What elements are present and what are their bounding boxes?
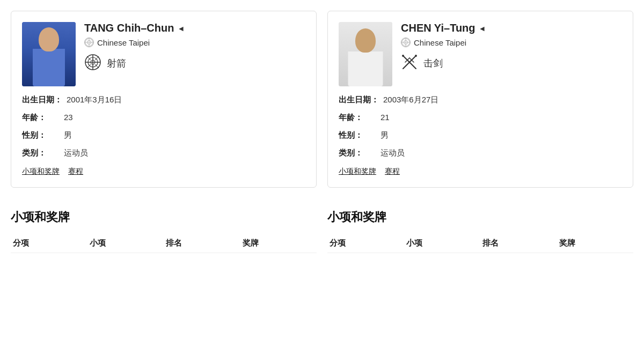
category-value-2: 运动员 [380, 148, 405, 158]
gender-row-1: 性别： 男 [22, 130, 305, 141]
country-icon-1 [84, 38, 94, 47]
dob-label-1: 出生日期： [22, 95, 62, 105]
svg-point-20 [415, 55, 417, 57]
athletes-container: TANG Chih–Chun ◄ Chinese Taipei [11, 11, 633, 188]
dob-label-2: 出生日期： [339, 95, 379, 105]
gender-value-2: 男 [380, 130, 389, 141]
age-row-1: 年龄： 23 [22, 113, 305, 123]
medals-col-rank-1: 排名 [164, 234, 240, 253]
gender-row-2: 性别： 男 [339, 130, 622, 141]
category-row-2: 类别： 运动员 [339, 148, 622, 158]
medals-col-event-1: 小项 [87, 234, 164, 253]
athlete-header-1: TANG Chih–Chun ◄ Chinese Taipei [22, 22, 305, 86]
schedule-link-1[interactable]: 赛程 [68, 167, 83, 176]
category-value-1: 运动员 [64, 148, 88, 158]
age-row-2: 年龄： 21 [339, 113, 622, 123]
athlete-photo-1 [22, 22, 76, 86]
medals-col-event-2: 小项 [404, 234, 481, 253]
athlete-info-1: TANG Chih–Chun ◄ Chinese Taipei [84, 22, 305, 82]
athlete-name-1: TANG Chih–Chun ◄ [84, 22, 305, 34]
medals-table-2: 分项 小项 排名 奖牌 [327, 234, 633, 253]
fencing-icon-2 [401, 54, 418, 73]
sport-name-1: 射箭 [107, 57, 126, 70]
dob-value-2: 2003年6月27日 [383, 95, 438, 105]
age-label-2: 年龄： [339, 113, 376, 123]
medals-title-2: 小项和奖牌 [327, 209, 633, 225]
medals-link-2[interactable]: 小项和奖牌 [339, 167, 376, 176]
athlete-country-text-2: Chinese Taipei [414, 38, 466, 47]
age-label-1: 年龄： [22, 113, 60, 123]
athlete-info-2: CHEN Yi–Tung ◄ Chinese Taipei [401, 22, 622, 82]
medals-link-1[interactable]: 小项和奖牌 [22, 167, 60, 176]
sport-name-2: 击剑 [423, 57, 443, 70]
athlete-country-1: Chinese Taipei [84, 38, 305, 47]
medals-col-rank-2: 排名 [480, 234, 557, 253]
sport-section-1: 射箭 [84, 54, 305, 73]
archery-icon-1 [84, 54, 101, 73]
athlete-name-text-2: CHEN Yi–Tung [401, 22, 475, 34]
medals-col-medal-1: 奖牌 [240, 234, 317, 253]
schedule-link-2[interactable]: 赛程 [385, 167, 400, 176]
age-value-2: 21 [380, 113, 390, 122]
athlete-name-text-1: TANG Chih–Chun [84, 22, 174, 34]
sound-icon-2[interactable]: ◄ [479, 24, 486, 33]
athlete-header-2: CHEN Yi–Tung ◄ Chinese Taipei [339, 22, 622, 86]
dob-row-2: 出生日期： 2003年6月27日 [339, 95, 622, 105]
athlete-country-text-1: Chinese Taipei [97, 38, 150, 47]
medals-col-medal-2: 奖牌 [557, 234, 634, 253]
medals-container: 小项和奖牌 分项 小项 排名 奖牌 小项和奖牌 分项 小项 排名 奖牌 [11, 209, 633, 253]
dob-value-1: 2001年3月16日 [67, 95, 122, 105]
country-icon-2 [401, 38, 411, 47]
athlete-card-2: CHEN Yi–Tung ◄ Chinese Taipei [327, 11, 633, 188]
medals-title-1: 小项和奖牌 [11, 209, 317, 225]
medals-header-row-1: 分项 小项 排名 奖牌 [11, 234, 317, 253]
category-row-1: 类别： 运动员 [22, 148, 305, 158]
athlete-country-2: Chinese Taipei [401, 38, 622, 47]
age-value-1: 23 [64, 113, 73, 122]
athlete-card-1: TANG Chih–Chun ◄ Chinese Taipei [11, 11, 317, 188]
medals-section-1: 小项和奖牌 分项 小项 排名 奖牌 [11, 209, 317, 253]
medals-header-row-2: 分项 小项 排名 奖牌 [327, 234, 633, 253]
athlete-links-2: 小项和奖牌 赛程 [339, 167, 622, 176]
gender-label-2: 性别： [339, 130, 376, 141]
category-label-2: 类别： [339, 148, 376, 158]
dob-row-1: 出生日期： 2001年3月16日 [22, 95, 305, 105]
sport-section-2: 击剑 [401, 54, 622, 73]
athlete-name-2: CHEN Yi–Tung ◄ [401, 22, 622, 34]
gender-label-1: 性别： [22, 130, 60, 141]
medals-table-1: 分项 小项 排名 奖牌 [11, 234, 317, 253]
medals-col-sport-1: 分项 [11, 234, 87, 253]
athlete-photo-2 [339, 22, 392, 86]
athlete-links-1: 小项和奖牌 赛程 [22, 167, 305, 176]
athlete-details-1: 出生日期： 2001年3月16日 年龄： 23 性别： 男 类别： 运动员 小项… [22, 95, 305, 176]
sound-icon-1[interactable]: ◄ [177, 24, 185, 33]
medals-col-sport-2: 分项 [327, 234, 404, 253]
medals-section-2: 小项和奖牌 分项 小项 排名 奖牌 [327, 209, 633, 253]
athlete-details-2: 出生日期： 2003年6月27日 年龄： 21 性别： 男 类别： 运动员 小项… [339, 95, 622, 176]
gender-value-1: 男 [64, 130, 72, 141]
svg-point-19 [402, 55, 404, 57]
category-label-1: 类别： [22, 148, 60, 158]
